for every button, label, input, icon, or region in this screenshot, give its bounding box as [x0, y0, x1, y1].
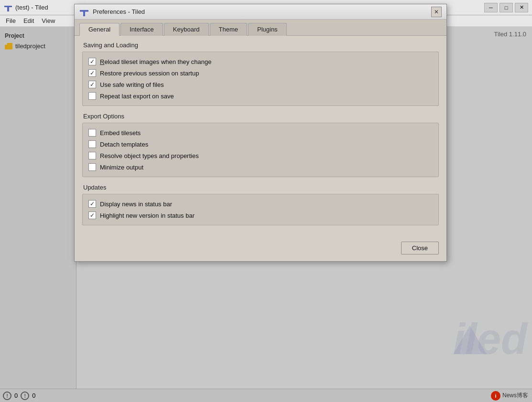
sidebar-item-tiledproject[interactable]: tiledproject [0, 41, 76, 51]
dialog-close-button[interactable]: Close [401, 242, 439, 254]
dialog-close-x-button[interactable]: ✕ [431, 7, 442, 17]
checkbox-row-restore-session[interactable]: Restore previous session on startup [88, 67, 433, 79]
checkbox-row-minimize-output[interactable]: Minimize output [88, 161, 433, 173]
tab-keyboard[interactable]: Keyboard [164, 23, 209, 36]
news-badge: i News博客 [491, 391, 528, 401]
tabs-bar: General Interface Keyboard Theme Plugins [75, 20, 446, 36]
checkbox-label-restore-session: Restore previous session on startup [100, 70, 199, 77]
checkbox-row-safe-writing[interactable]: Use safe writing of files [88, 79, 433, 90]
dialog-logo [79, 7, 89, 17]
checkbox-row-repeat-export[interactable]: Repeat last export on save [88, 90, 433, 102]
export-options-box: Embed tilesets Detach templates Resolve … [82, 123, 439, 177]
updates-box: Display news in status bar Highlight new… [82, 194, 439, 225]
checkbox-reload-tileset[interactable] [88, 58, 96, 65]
tab-general[interactable]: General [79, 23, 119, 36]
project-label: Project [0, 31, 76, 41]
status-icon-exclaim-2: ! [21, 391, 29, 400]
section-export-options: Export Options Embed tilesets Detach tem… [82, 113, 439, 177]
status-count-2: 0 [32, 392, 35, 399]
checkbox-row-highlight-version[interactable]: Highlight new version in status bar [88, 210, 433, 221]
status-icon-exclaim-1: ! [3, 391, 11, 400]
section-updates: Updates Display news in status bar Highl… [82, 184, 439, 225]
checkbox-label-resolve-object-types: Resolve object types and properties [100, 152, 199, 159]
menu-edit[interactable]: Edit [20, 16, 38, 25]
maximize-button[interactable]: □ [499, 3, 513, 12]
tab-plugins[interactable]: Plugins [248, 23, 287, 36]
menu-view[interactable]: View [38, 16, 59, 25]
tab-interface[interactable]: Interface [120, 23, 163, 36]
checkbox-label-repeat-export: Repeat last export on save [100, 93, 174, 100]
checkbox-display-news[interactable] [88, 200, 96, 208]
checkbox-row-display-news[interactable]: Display news in status bar [88, 198, 433, 210]
close-button[interactable]: ✕ [515, 3, 528, 12]
sidebar: Project tiledproject [0, 27, 76, 402]
checkbox-label-highlight-version: Highlight new version in status bar [100, 212, 195, 219]
tiled-logo-watermark [453, 326, 487, 354]
checkbox-repeat-export[interactable] [88, 92, 96, 100]
svg-rect-1 [7, 6, 9, 11]
sidebar-item-label: tiledproject [15, 42, 45, 50]
checkbox-row-detach-templates[interactable]: Detach templates [88, 138, 433, 150]
checkbox-label-reload-tileset: Reload tileset images when they change [100, 58, 211, 65]
checkbox-resolve-object-types[interactable] [88, 152, 96, 159]
dialog-body: Saving and Loading Reload tileset images… [75, 36, 446, 238]
folder-icon [5, 43, 12, 50]
checkbox-label-minimize-output: Minimize output [100, 164, 143, 171]
checkbox-restore-session[interactable] [88, 69, 96, 77]
checkbox-label-display-news: Display news in status bar [100, 201, 172, 208]
checkbox-detach-templates[interactable] [88, 140, 96, 148]
app-window: (test) - Tiled ─ □ ✕ File Edit View Proj… [0, 0, 532, 402]
tab-theme[interactable]: Theme [210, 23, 247, 36]
checkbox-minimize-output[interactable] [88, 163, 96, 171]
svg-marker-2 [453, 326, 487, 354]
checkbox-row-reload-tileset[interactable]: Reload tileset images when they change [88, 56, 433, 67]
checkbox-label-safe-writing: Use safe writing of files [100, 81, 164, 88]
dialog-title: Preferences - Tiled [93, 8, 431, 15]
checkbox-safe-writing[interactable] [88, 81, 96, 88]
minimize-button[interactable]: ─ [484, 3, 498, 12]
checkbox-highlight-version[interactable] [88, 212, 96, 219]
version-text: Tiled 1.11.0 [494, 31, 526, 38]
checkbox-embed-tilesets[interactable] [88, 129, 96, 137]
app-icon [4, 3, 12, 12]
news-text: News博客 [502, 391, 528, 400]
preferences-dialog: Preferences - Tiled ✕ General Interface … [74, 4, 447, 262]
dialog-footer: Close [75, 238, 446, 261]
checkbox-row-resolve-object-types[interactable]: Resolve object types and properties [88, 150, 433, 161]
status-bar: ! 0 ! 0 i News博客 [0, 389, 532, 402]
saving-loading-label: Saving and Loading [82, 42, 439, 49]
updates-label: Updates [82, 184, 439, 191]
saving-loading-box: Reload tileset images when they change R… [82, 52, 439, 106]
menu-file[interactable]: File [2, 16, 20, 25]
dialog-titlebar: Preferences - Tiled ✕ [75, 4, 446, 20]
news-icon: i [491, 391, 500, 401]
checkbox-label-embed-tilesets: Embed tilesets [100, 129, 141, 137]
svg-rect-4 [83, 10, 85, 16]
window-controls: ─ □ ✕ [484, 3, 528, 12]
export-options-label: Export Options [82, 113, 439, 120]
section-saving-loading: Saving and Loading Reload tileset images… [82, 42, 439, 106]
status-count-1: 0 [14, 392, 18, 399]
checkbox-label-detach-templates: Detach templates [100, 141, 148, 148]
checkbox-row-embed-tilesets[interactable]: Embed tilesets [88, 127, 433, 138]
